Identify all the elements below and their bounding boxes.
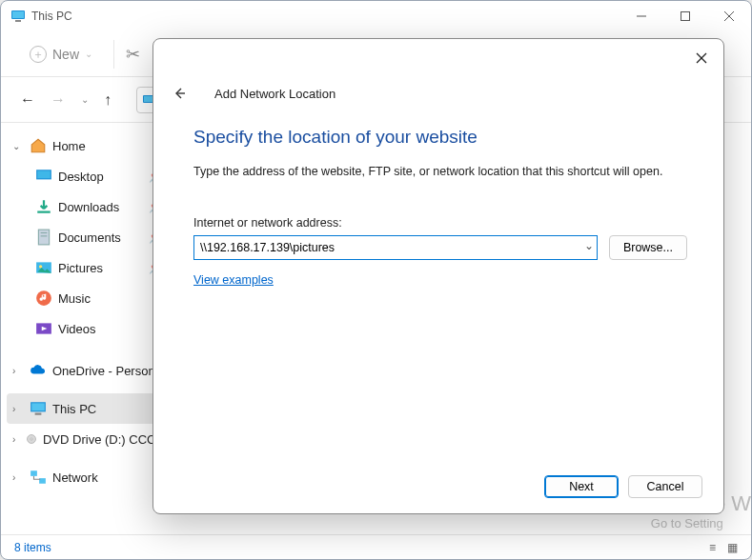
home-icon — [30, 138, 47, 153]
sidebar-label: Desktop — [58, 170, 104, 184]
sidebar-label: Pictures — [58, 261, 103, 275]
sidebar-label: OneDrive - Personal — [52, 364, 165, 378]
svg-rect-21 — [35, 413, 42, 415]
sidebar-item-desktop[interactable]: Desktop 📌 — [1, 161, 173, 191]
address-combobox[interactable]: ⌄ — [193, 235, 598, 260]
window-title: This PC — [31, 10, 620, 23]
browse-button[interactable]: Browse... — [609, 235, 687, 260]
nav-forward-button[interactable]: → — [51, 91, 66, 109]
new-button[interactable]: ＋ New ⌄ — [20, 40, 102, 69]
dialog-description: Type the address of the website, FTP sit… — [193, 165, 687, 178]
svg-rect-20 — [31, 403, 45, 410]
sidebar: ⌄ Home Desktop 📌 Downloads 📌 Documents 📌 — [1, 123, 173, 534]
nav-up-button[interactable]: ↑ — [104, 91, 112, 109]
sidebar-label: Documents — [58, 230, 121, 245]
item-count: 8 items — [14, 541, 51, 554]
chevron-right-icon: › — [12, 434, 20, 445]
address-input[interactable] — [193, 235, 598, 260]
chevron-right-icon: › — [12, 366, 24, 376]
sidebar-item-onedrive[interactable]: › OneDrive - Personal — [1, 355, 173, 386]
svg-rect-2 — [15, 20, 21, 22]
minimize-button[interactable] — [620, 1, 663, 31]
titlebar: This PC — [1, 1, 751, 31]
status-bar: 8 items ≡ ▦ — [1, 534, 751, 559]
dialog-title: Add Network Location — [214, 87, 335, 101]
chevron-down-icon[interactable]: ⌄ — [584, 239, 594, 252]
view-examples-link[interactable]: View examples — [193, 273, 274, 287]
documents-icon — [35, 230, 52, 245]
dialog-back-button[interactable] — [167, 81, 192, 106]
sidebar-label: Network — [52, 470, 98, 485]
desktop-icon — [35, 169, 52, 184]
pictures-icon — [35, 260, 52, 275]
cut-button[interactable]: ✂ — [126, 44, 140, 65]
sidebar-item-documents[interactable]: Documents 📌 — [1, 222, 173, 252]
music-icon — [35, 290, 52, 306]
dialog-titlebar — [153, 39, 723, 77]
tiles-view-button[interactable]: ▦ — [727, 541, 738, 554]
close-button[interactable] — [707, 1, 751, 31]
sidebar-label: Videos — [58, 322, 96, 336]
cancel-button[interactable]: Cancel — [628, 475, 702, 498]
new-label: New — [52, 47, 79, 62]
dialog-close-button[interactable] — [680, 39, 723, 77]
chevron-down-icon: ⌄ — [12, 141, 24, 151]
svg-point-16 — [39, 265, 42, 268]
svg-rect-10 — [37, 170, 51, 178]
add-network-location-dialog: Add Network Location Specify the locatio… — [152, 38, 724, 514]
network-icon — [30, 470, 47, 485]
svg-rect-4 — [681, 12, 690, 21]
sidebar-item-home[interactable]: ⌄ Home — [1, 130, 173, 161]
sidebar-label: This PC — [52, 402, 96, 416]
close-icon — [696, 52, 707, 64]
plus-icon: ＋ — [30, 46, 47, 63]
address-label: Internet or network address: — [193, 216, 687, 230]
nav-back-button[interactable]: ← — [20, 91, 35, 109]
sidebar-item-downloads[interactable]: Downloads 📌 — [1, 191, 173, 222]
monitor-icon — [30, 401, 47, 416]
maximize-button[interactable] — [663, 1, 707, 31]
svg-rect-1 — [12, 11, 24, 18]
dialog-heading: Specify the location of your website — [193, 127, 687, 148]
svg-rect-24 — [30, 470, 37, 476]
sidebar-label: Music — [58, 291, 91, 306]
nav-recent-button[interactable]: ⌄ — [81, 94, 89, 105]
scissors-icon: ✂ — [126, 45, 140, 64]
sidebar-item-videos[interactable]: Videos — [1, 313, 173, 344]
svg-point-23 — [30, 438, 32, 440]
cloud-icon — [30, 363, 47, 378]
toolbar-separator — [113, 40, 114, 69]
download-icon — [35, 199, 52, 214]
sidebar-label: Downloads — [58, 200, 119, 214]
sidebar-item-music[interactable]: Music — [1, 283, 173, 313]
disc-icon — [26, 431, 37, 447]
monitor-icon — [10, 9, 26, 24]
chevron-down-icon: ⌄ — [85, 49, 92, 59]
sidebar-item-dvd[interactable]: › DVD Drive (D:) CCCOMA_X64FRE — [1, 424, 173, 454]
svg-rect-12 — [38, 230, 49, 245]
videos-icon — [35, 321, 52, 336]
window-controls — [620, 1, 751, 31]
arrow-left-icon — [172, 86, 187, 101]
sidebar-label: Home — [52, 139, 86, 153]
chevron-right-icon: › — [12, 472, 24, 483]
details-view-button[interactable]: ≡ — [709, 541, 716, 554]
next-button[interactable]: Next — [544, 475, 619, 498]
sidebar-item-thispc[interactable]: › This PC — [7, 393, 167, 424]
sidebar-item-pictures[interactable]: Pictures 📌 — [1, 252, 173, 283]
chevron-right-icon: › — [12, 404, 24, 414]
sidebar-item-network[interactable]: › Network — [1, 462, 173, 492]
